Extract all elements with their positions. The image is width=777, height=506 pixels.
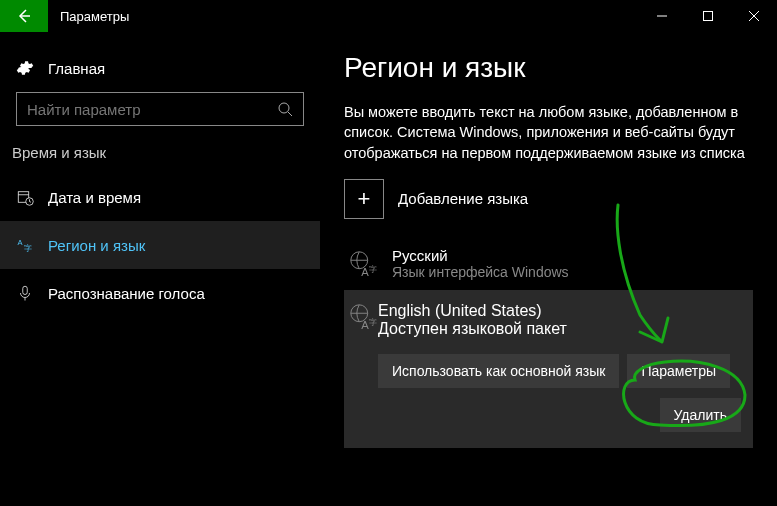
- search-icon: [277, 101, 293, 117]
- section-header: Время и язык: [0, 144, 320, 173]
- home-nav[interactable]: Главная: [0, 44, 320, 92]
- language-subtitle: Язык интерфейса Windows: [392, 264, 569, 280]
- home-label: Главная: [48, 60, 105, 77]
- svg-line-6: [288, 112, 292, 116]
- options-button[interactable]: Параметры: [627, 354, 730, 388]
- language-name: Русский: [392, 247, 569, 264]
- minimize-icon: [657, 11, 667, 21]
- close-icon: [749, 11, 759, 21]
- close-button[interactable]: [731, 0, 777, 32]
- search-box[interactable]: [16, 92, 304, 126]
- svg-rect-14: [23, 286, 28, 294]
- svg-text:A: A: [18, 238, 23, 247]
- sidebar-item-label: Дата и время: [48, 189, 141, 206]
- add-language-label: Добавление языка: [398, 190, 528, 207]
- microphone-icon: [16, 284, 48, 302]
- plus-icon: +: [344, 179, 384, 219]
- language-icon: A字: [16, 236, 48, 254]
- page-title: Регион и язык: [344, 52, 753, 84]
- sidebar-item-datetime[interactable]: Дата и время: [0, 173, 320, 221]
- gear-icon: [16, 59, 48, 77]
- svg-text:字: 字: [369, 264, 377, 274]
- svg-point-5: [279, 103, 289, 113]
- language-item-english-selected[interactable]: A字 English (United States) Доступен язык…: [344, 290, 753, 448]
- sidebar-item-label: Распознавание голоса: [48, 285, 205, 302]
- minimize-button[interactable]: [639, 0, 685, 32]
- sidebar-item-label: Регион и язык: [48, 237, 145, 254]
- page-description: Вы можете вводить текст на любом языке, …: [344, 102, 753, 163]
- svg-text:字: 字: [369, 317, 377, 327]
- arrow-left-icon: [16, 8, 32, 24]
- language-globe-icon: A字: [348, 247, 392, 279]
- language-item-russian[interactable]: A字 Русский Язык интерфейса Windows: [344, 237, 753, 290]
- maximize-button[interactable]: [685, 0, 731, 32]
- language-name: English (United States): [378, 302, 567, 320]
- window-title: Параметры: [48, 9, 129, 24]
- back-button[interactable]: [0, 0, 48, 32]
- maximize-icon: [703, 11, 713, 21]
- titlebar: Параметры: [0, 0, 777, 32]
- sidebar-item-region-language[interactable]: A字 Регион и язык: [0, 221, 320, 269]
- add-language-button[interactable]: + Добавление языка: [344, 179, 753, 219]
- svg-text:字: 字: [24, 244, 32, 253]
- window-controls: [639, 0, 777, 32]
- main-panel: Регион и язык Вы можете вводить текст на…: [320, 32, 777, 506]
- calendar-clock-icon: [16, 188, 48, 206]
- remove-button[interactable]: Удалить: [660, 398, 741, 432]
- sidebar-item-speech[interactable]: Распознавание голоса: [0, 269, 320, 317]
- set-default-button[interactable]: Использовать как основной язык: [378, 354, 619, 388]
- sidebar: Главная Время и язык Дата и время A字 Рег…: [0, 32, 320, 506]
- search-input[interactable]: [27, 101, 277, 118]
- language-subtitle: Доступен языковой пакет: [378, 320, 567, 338]
- svg-rect-2: [704, 12, 713, 21]
- language-globe-icon: A字: [348, 302, 378, 332]
